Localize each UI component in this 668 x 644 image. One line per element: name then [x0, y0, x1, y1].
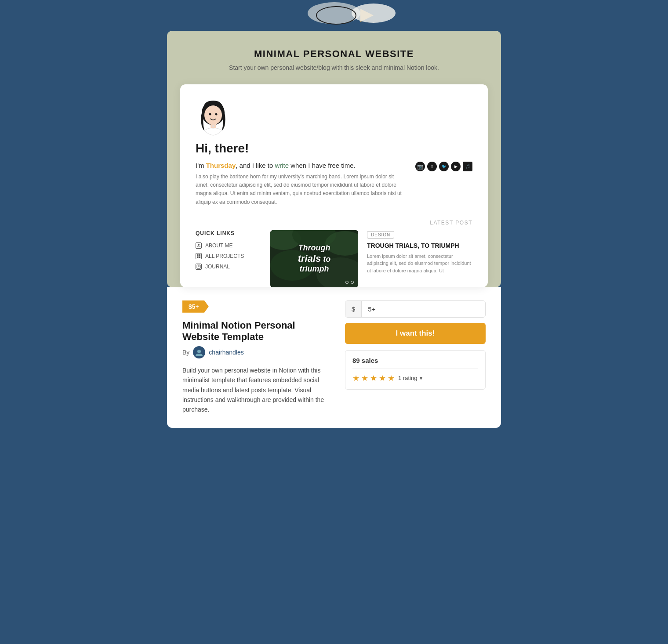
tagline-suffix: when I have free time.	[289, 162, 356, 169]
social-icons-group: 📷 f 🐦 ▶ 🎵	[415, 162, 472, 171]
quick-link-journal[interactable]: JOURNAL	[196, 264, 261, 270]
svg-point-10	[198, 244, 200, 246]
by-label: By	[182, 349, 189, 356]
quick-links-column: QUICK LINKS ABOUT ME ALL PROJECTS	[196, 230, 261, 274]
svg-rect-14	[199, 256, 201, 258]
person-icon	[196, 242, 202, 249]
svg-point-24	[197, 350, 201, 353]
top-decoration	[0, 0, 668, 31]
quick-link-about[interactable]: ABOUT ME	[196, 242, 261, 249]
price-input[interactable]	[362, 301, 485, 317]
chevron-down-icon[interactable]: ▾	[420, 375, 422, 381]
post-excerpt: Lorem ipsum dolor sit amet, consectetur …	[367, 253, 472, 275]
svg-point-5	[204, 105, 222, 125]
product-by-row: By chairhandles	[182, 346, 327, 358]
product-left: $5+ Minimal Notion Personal Website Temp…	[182, 300, 327, 415]
post-image-dots	[345, 281, 354, 284]
creator-avatar	[193, 346, 205, 358]
currency-symbol: $	[345, 301, 362, 317]
twitter-icon[interactable]: 🐦	[439, 162, 449, 171]
tagline-mid: , and I like to	[236, 162, 275, 169]
quick-links-title: QUICK LINKS	[196, 230, 261, 236]
price-badge: $5+	[182, 300, 209, 313]
avatar	[196, 98, 231, 137]
star-3: ★	[370, 373, 377, 383]
sales-count: 89 sales	[352, 357, 478, 364]
post-image-text: Throughtrials totriumph	[298, 243, 331, 274]
tagline-name: Thursday	[206, 162, 236, 169]
grid-icon	[196, 253, 202, 259]
price-input-row: $	[345, 300, 486, 318]
svg-rect-13	[197, 256, 199, 258]
quick-link-projects-label: ALL PROJECTS	[205, 253, 244, 259]
tagline-row: I'm Thursday, and I like to write when I…	[196, 162, 472, 215]
youtube-icon[interactable]: ▶	[451, 162, 461, 171]
svg-point-9	[212, 125, 214, 127]
svg-point-2	[352, 4, 396, 23]
inner-card: Hi, there! I'm Thursday, and I like to w…	[180, 84, 488, 287]
dot-1	[345, 281, 349, 284]
quick-link-projects[interactable]: ALL PROJECTS	[196, 253, 261, 259]
star-4: ★	[379, 373, 386, 383]
svg-point-7	[215, 113, 218, 116]
product-right: $ I want this! 89 sales ★ ★ ★ ★ ★ 1 rati…	[345, 300, 486, 390]
tagline-prefix: I'm	[196, 162, 206, 169]
tagline-write: write	[275, 162, 289, 169]
star-1: ★	[352, 373, 359, 383]
tagline-line: I'm Thursday, and I like to write when I…	[196, 162, 407, 169]
product-title: Minimal Notion Personal Website Template	[182, 320, 327, 343]
dot-2	[351, 281, 354, 284]
product-description: Build your own personal website in Notio…	[182, 365, 327, 415]
sales-box: 89 sales ★ ★ ★ ★ ★ 1 rating ▾	[345, 350, 486, 390]
svg-rect-11	[197, 254, 199, 256]
post-info: DESIGN TROUGH TRIALS, TO TRIUMPH Lorem i…	[367, 230, 472, 275]
creator-link[interactable]: chairhandles	[209, 349, 243, 356]
latest-post-label: LATEST POST	[196, 220, 472, 226]
music-icon[interactable]: 🎵	[463, 162, 472, 171]
product-section: $5+ Minimal Notion Personal Website Temp…	[167, 287, 501, 428]
facebook-icon[interactable]: f	[427, 162, 437, 171]
inner-bottom: QUICK LINKS ABOUT ME ALL PROJECTS	[196, 230, 472, 287]
star-5: ★	[388, 373, 395, 383]
svg-point-6	[209, 113, 211, 116]
rating-text: 1 rating	[398, 375, 417, 381]
card-title: MINIMAL PERSONAL WEBSITE	[180, 48, 488, 60]
bio-text: I also play the baritone horn for my uni…	[196, 173, 407, 206]
want-this-button[interactable]: I want this!	[345, 323, 486, 344]
quick-link-journal-label: JOURNAL	[205, 264, 230, 270]
stars-row: ★ ★ ★ ★ ★ 1 rating ▾	[352, 369, 478, 383]
avatar-area	[196, 98, 472, 137]
post-title: TROUGH TRIALS, TO TRIUMPH	[367, 242, 472, 249]
greeting-text: Hi, there!	[196, 141, 472, 156]
post-image: Throughtrials totriumph	[270, 230, 358, 287]
main-wrapper: MINIMAL PERSONAL WEBSITE Start your own …	[0, 31, 668, 445]
card-subtitle: Start your own personal website/blog wit…	[180, 64, 488, 71]
post-tag: DESIGN	[367, 231, 394, 239]
quick-link-about-label: ABOUT ME	[205, 242, 232, 249]
book-icon	[196, 264, 202, 270]
star-2: ★	[361, 373, 368, 383]
instagram-icon[interactable]: 📷	[415, 162, 425, 171]
tagline-area: I'm Thursday, and I like to write when I…	[196, 162, 407, 215]
svg-rect-12	[199, 254, 201, 256]
product-card-outer: MINIMAL PERSONAL WEBSITE Start your own …	[167, 31, 501, 287]
